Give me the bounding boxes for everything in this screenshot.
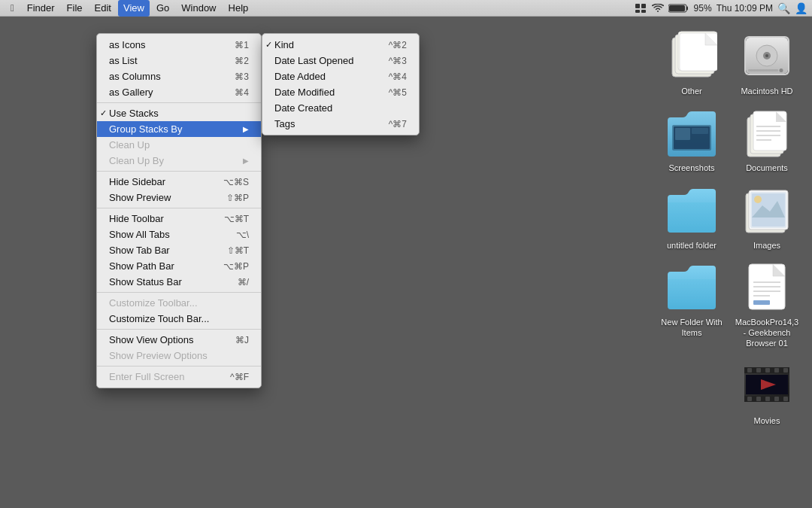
user-icon[interactable]: 👤 [795,2,807,14]
menu-item-show-path-bar[interactable]: Show Path Bar ⌥⌘P [97,258,261,274]
svg-rect-2 [635,10,640,13]
desktop-icon-documents[interactable]: Documents [729,101,804,178]
desktop-icons-container: Other [647,17,812,508]
menu-item-group-stacks-by[interactable]: Group Stacks By ▶ [97,121,261,137]
menu-item-hide-sidebar[interactable]: Hide Sidebar ⌥⌘S [97,174,261,190]
geekbench-icon-image [740,260,794,314]
menubar-item-go[interactable]: Go [151,0,174,17]
desktop-icon-other[interactable]: Other [654,24,729,101]
customize-toolbar-label: Customize Toolbar... [109,297,198,309]
menu-item-show-preview-options[interactable]: Show Preview Options [97,348,261,364]
svg-rect-19 [748,69,778,71]
menu-item-show-preview[interactable]: Show Preview ⇧⌘P [97,190,261,205]
separator-6 [97,366,261,367]
svg-rect-3 [641,10,646,13]
show-view-options-shortcut: ⌘J [235,335,249,345]
svg-rect-50 [765,368,770,373]
submenu-item-date-added[interactable]: Date Added ^⌘4 [262,68,419,84]
desktop-icon-geekbench[interactable]: MacBookPro14,3 - Geekbench Browser 01 [729,255,804,354]
as-gallery-shortcut: ⌘4 [235,87,249,98]
menu-item-show-all-tabs[interactable]: Show All Tabs ⌥\ [97,227,261,242]
control-center-icon[interactable] [635,4,647,13]
menu-item-as-icons[interactable]: as Icons ⌘1 [97,37,261,53]
submenu-item-kind[interactable]: ✓ Kind ^⌘2 [262,37,419,53]
menu-item-hide-toolbar[interactable]: Hide Toolbar ⌥⌘T [97,211,261,227]
date-last-opened-shortcut: ^⌘3 [389,56,407,66]
as-list-label: as List [109,55,138,66]
desktop-icon-images[interactable]: Images [729,178,804,255]
date-modified-label: Date Modified [274,87,335,98]
use-stacks-label: Use Stacks [109,108,159,119]
submenu-item-tags[interactable]: Tags ^⌘7 [262,116,419,132]
separator-2 [97,171,261,172]
icon-row-1: Other [647,24,812,101]
as-icons-label: as Icons [109,39,145,50]
other-icon-image [665,29,719,83]
untitled-folder-icon-image [665,183,719,237]
menu-item-show-tab-bar[interactable]: Show Tab Bar ⇧⌘T [97,242,261,258]
clean-up-by-label: Clean Up By [109,155,164,166]
menubar-item-finder[interactable]: Finder [22,0,60,17]
menu-item-clean-up[interactable]: Clean Up [97,137,261,153]
menubar-item-file[interactable]: File [62,0,88,17]
svg-rect-51 [774,368,779,373]
desktop-icon-screenshots[interactable]: Screenshots [654,101,729,178]
svg-point-36 [754,196,762,203]
menubar-item-help[interactable]: Help [223,0,254,17]
menu-item-as-list[interactable]: as List ⌘2 [97,53,261,68]
hide-toolbar-label: Hide Toolbar [109,213,164,224]
date-added-shortcut: ^⌘4 [389,71,407,82]
show-preview-options-label: Show Preview Options [109,350,208,361]
svg-rect-54 [756,397,761,401]
other-label: Other [681,86,702,96]
svg-rect-10 [680,33,717,71]
clean-up-by-arrow: ▶ [243,157,249,165]
show-path-bar-shortcut: ⌥⌘P [223,261,249,272]
menu-item-show-status-bar[interactable]: Show Status Bar ⌘/ [97,274,261,290]
submenu-item-date-modified[interactable]: Date Modified ^⌘5 [262,84,419,100]
desktop-icon-untitled-folder[interactable]: untitled folder [654,178,729,255]
desktop-icon-macintosh-hd[interactable]: Macintosh HD [729,24,804,101]
svg-rect-1 [641,4,646,8]
svg-rect-23 [675,128,690,140]
macintosh-hd-label: Macintosh HD [741,86,792,96]
clean-up-label: Clean Up [109,139,150,151]
tags-label: Tags [274,118,295,129]
menu-item-enter-full-screen[interactable]: Enter Full Screen ^⌘F [97,369,261,385]
desktop-icon-movies[interactable]: Movies [729,354,804,430]
desktop-icon-new-folder[interactable]: New Folder With Items [654,255,729,354]
wifi-icon[interactable] [652,4,664,13]
enter-full-screen-label: Enter Full Screen [109,371,184,382]
documents-label: Documents [746,163,788,173]
apple-menu[interactable]:  [5,0,20,17]
menu-item-as-gallery[interactable]: as Gallery ⌘4 [97,84,261,100]
search-icon[interactable]: 🔍 [777,2,790,14]
menu-item-as-columns[interactable]: as Columns ⌘3 [97,68,261,84]
menubar-item-edit[interactable]: Edit [89,0,117,17]
menubar-item-view[interactable]: View [118,0,150,17]
menubar-item-window[interactable]: Window [176,0,221,17]
icon-row-4: New Folder With Items [647,255,812,354]
icon-row-2: Screenshots Documents [647,101,812,178]
svg-rect-44 [753,300,770,305]
submenu-item-date-last-opened[interactable]: Date Last Opened ^⌘3 [262,53,419,68]
svg-rect-57 [783,397,788,401]
menu-item-customize-touch-bar[interactable]: Customize Touch Bar... [97,311,261,327]
separator-3 [97,208,261,208]
menu-item-clean-up-by[interactable]: Clean Up By ▶ [97,153,261,169]
show-view-options-label: Show View Options [109,334,194,345]
submenu-item-date-created[interactable]: Date Created [262,100,419,116]
hide-toolbar-shortcut: ⌥⌘T [224,214,249,224]
menu-item-use-stacks[interactable]: ✓ Use Stacks [97,105,261,121]
menu-item-customize-toolbar[interactable]: Customize Toolbar... [97,295,261,311]
svg-rect-53 [747,397,752,401]
show-tab-bar-shortcut: ⇧⌘T [227,245,249,256]
as-icons-shortcut: ⌘1 [235,40,249,50]
screenshots-label: Screenshots [668,163,714,173]
menu-item-show-view-options[interactable]: Show View Options ⌘J [97,332,261,348]
date-added-label: Date Added [274,71,326,82]
kind-check: ✓ [265,40,272,50]
battery-indicator [668,4,689,13]
show-tab-bar-label: Show Tab Bar [109,245,170,256]
group-stacks-submenu: ✓ Kind ^⌘2 Date Last Opened ^⌘3 Date Add… [262,33,420,135]
